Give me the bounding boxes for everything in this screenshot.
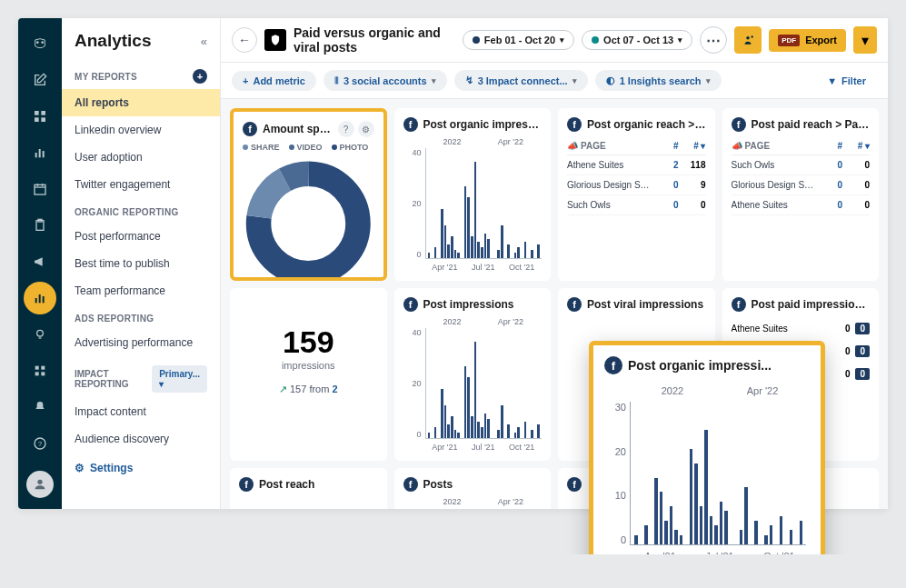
svg-point-0 (36, 41, 39, 44)
sidebar-item-all-reports[interactable]: All reports (62, 89, 220, 116)
help-icon[interactable]: ? (338, 121, 354, 137)
facebook-icon: f (567, 297, 582, 312)
svg-point-27 (746, 36, 750, 40)
svg-rect-15 (35, 298, 37, 303)
facebook-icon: f (567, 117, 582, 132)
facebook-icon: f (403, 297, 418, 312)
svg-point-26 (37, 480, 42, 484)
facebook-icon: f (239, 477, 254, 492)
facebook-icon: f (403, 117, 418, 132)
sidebar-item-twitter[interactable]: Twitter engagement (62, 171, 220, 198)
insights-search-filter[interactable]: ◐1 Insights search▾ (595, 70, 722, 91)
export-dropdown-icon[interactable]: ▾ (853, 26, 877, 54)
impressions-trend: ↗ 157 from 2 (239, 384, 378, 395)
paid-reach-table: 📣 PAGE## ▾ Such Owls00 Glorious Design S… (732, 137, 871, 215)
list-item[interactable]: Athene Suites00 (732, 317, 871, 340)
more-menu-icon[interactable]: ⋯ (700, 26, 727, 54)
social-accounts-filter[interactable]: ⫴3 social accounts▾ (324, 70, 447, 91)
facebook-icon: f (732, 117, 746, 132)
svg-rect-8 (43, 151, 45, 157)
sidebar-item-ad-perf[interactable]: Advertising performance (62, 329, 220, 356)
section-ads: ADS REPORTING (62, 304, 220, 329)
add-metric-button[interactable]: +Add metric (232, 71, 316, 91)
table-row[interactable]: Such Owls00 (732, 155, 871, 175)
table-row[interactable]: Athene Suites00 (732, 195, 871, 215)
link-icon: ↯ (465, 75, 473, 86)
card-paid-reach[interactable]: fPost paid reach > Page 📣 PAGE## ▾ Such … (722, 108, 880, 281)
back-button[interactable]: ← (232, 27, 257, 53)
sidebar-item-best-time[interactable]: Best time to publish (62, 250, 220, 277)
add-report-icon[interactable]: + (193, 69, 207, 84)
sidebar-title: Analytics (75, 31, 151, 51)
filter-button[interactable]: ▼Filter (816, 71, 877, 91)
sidebar-item-impact-content[interactable]: Impact content (62, 398, 220, 425)
user-avatar[interactable] (26, 471, 54, 498)
table-row[interactable]: Athene Suites2118 (567, 155, 706, 175)
table-row[interactable]: Glorious Design Stu...00 (732, 175, 871, 195)
funnel-icon: ▼ (827, 75, 837, 86)
table-row[interactable]: Glorious Design Stu...09 (567, 175, 706, 195)
gear-icon: ⚙ (75, 462, 85, 474)
sidebar-item-user-adoption[interactable]: User adoption (62, 144, 220, 171)
card-posts[interactable]: fPosts 2022Apr '22 (394, 468, 552, 509)
facebook-icon: f (567, 477, 582, 492)
topbar: ← Paid versus organic and viral posts Fe… (221, 18, 888, 63)
impact-connect-filter[interactable]: ↯3 Impact connect...▾ (454, 70, 588, 91)
svg-point-18 (37, 330, 44, 336)
table-row[interactable]: Such Owls00 (567, 195, 706, 215)
svg-text:?: ? (38, 440, 42, 448)
megaphone-icon[interactable] (24, 245, 56, 278)
donut-chart (243, 155, 374, 281)
pin-icon: ◐ (606, 75, 615, 86)
gear-icon[interactable]: ⚙ (358, 121, 374, 137)
owl-logo-icon[interactable] (24, 27, 56, 60)
streams-icon[interactable] (24, 136, 56, 169)
card-amount-spent[interactable]: f Amount spent ?⚙ SHARE VIDEO PHOTO (230, 108, 387, 281)
section-my-reports: MY REPORTS + (62, 60, 220, 89)
dashboard-icon[interactable] (24, 100, 56, 133)
section-organic: ORGANIC REPORTING (62, 198, 220, 223)
help-icon[interactable]: ? (24, 427, 56, 460)
card-post-reach[interactable]: fPost reach (230, 468, 387, 509)
facebook-icon: f (604, 356, 622, 374)
svg-rect-20 (35, 366, 39, 370)
svg-rect-17 (43, 296, 45, 303)
svg-rect-3 (41, 111, 45, 115)
facebook-icon: f (403, 477, 418, 492)
organic-reach-table: 📣 PAGE## ▾ Athene Suites2118 Glorious De… (567, 137, 706, 215)
collapse-sidebar-icon[interactable]: « (201, 35, 207, 48)
toolbar: +Add metric ⫴3 social accounts▾ ↯3 Impac… (221, 63, 888, 99)
card-organic-reach[interactable]: fPost organic reach > ... 📣 PAGE## ▾ Ath… (558, 108, 715, 281)
facebook-icon: f (243, 122, 257, 136)
sidebar-item-post-perf[interactable]: Post performance (62, 223, 220, 250)
svg-rect-5 (41, 117, 45, 122)
calendar-icon[interactable] (24, 173, 56, 205)
settings-link[interactable]: ⚙ Settings (62, 453, 220, 483)
analytics-icon[interactable] (24, 282, 56, 314)
impact-primary-tag[interactable]: Primary... ▾ (152, 365, 207, 393)
date-range-primary[interactable]: Feb 01 - Oct 20▾ (463, 30, 574, 50)
sidebar-item-linkedin[interactable]: Linkedin overview (62, 116, 220, 144)
svg-rect-2 (35, 111, 39, 115)
apps-icon[interactable] (24, 354, 56, 387)
sidebar-item-audience-discovery[interactable]: Audience discovery (62, 425, 220, 453)
share-button[interactable] (734, 26, 762, 54)
card-impressions-total[interactable]: 159 impressions ↗ 157 from 2 (230, 288, 387, 461)
svg-rect-7 (39, 149, 41, 157)
mini-chart: 2022Apr '22 (403, 497, 543, 509)
report-icon (264, 29, 286, 51)
section-impact: IMPACT REPORTING (75, 369, 146, 389)
bell-icon[interactable] (24, 391, 56, 424)
lightbulb-icon[interactable] (24, 318, 56, 351)
sidebar-item-team-perf[interactable]: Team performance (62, 277, 220, 304)
nav-rail: ? (18, 18, 62, 509)
svg-point-1 (41, 41, 44, 44)
popout-card[interactable]: f Post organic impressi... 2022Apr '22 3… (589, 341, 825, 554)
export-button[interactable]: PDFExport (769, 29, 846, 52)
date-range-compare[interactable]: Oct 07 - Oct 13▾ (582, 30, 692, 50)
compose-icon[interactable] (24, 64, 56, 96)
card-organic-impressions[interactable]: fPost organic impressi... 2022Apr '22 40… (394, 108, 552, 281)
page-title: Paid versus organic and viral posts (294, 25, 455, 55)
card-post-impressions[interactable]: fPost impressions 2022Apr '22 40200 Apr … (394, 288, 552, 461)
clipboard-icon[interactable] (24, 209, 56, 242)
